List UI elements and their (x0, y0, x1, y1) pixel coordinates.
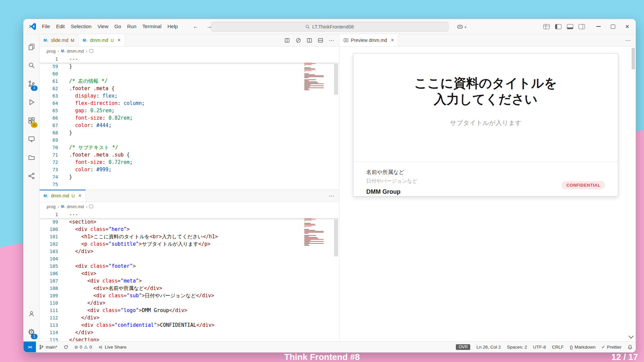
code-text: </div> (69, 329, 93, 336)
branch-status[interactable]: main* (36, 342, 60, 352)
close-icon[interactable]: × (78, 193, 82, 199)
tab-dmm-md[interactable]: M↓dmm.mdU× (40, 190, 86, 202)
markdown-icon: M↓ (83, 38, 88, 42)
token: > (139, 307, 142, 313)
token: </div> (196, 322, 214, 328)
search-sidebar-icon[interactable] (23, 56, 39, 74)
more-actions-icon[interactable]: ⋯ (625, 37, 631, 44)
menu-file[interactable]: File (39, 19, 53, 34)
tab-preview-dmm-md[interactable]: Preview dmm.md × (339, 34, 398, 46)
menu-view[interactable]: View (95, 19, 111, 34)
chevron-down-icon: ∨ (464, 25, 467, 29)
remote-explorer-icon[interactable] (23, 130, 39, 148)
language-mode[interactable]: {} Markdown (567, 342, 598, 352)
scrollbar-thumb-bottom[interactable] (334, 220, 338, 256)
scrollbar-thumb-top[interactable] (334, 64, 338, 95)
back-icon[interactable]: ← (193, 19, 199, 34)
toggle-sidebar-icon[interactable] (555, 24, 561, 29)
minimap-line (304, 64, 312, 65)
line-number: 112 (40, 314, 58, 321)
eol-status[interactable]: CRLF (549, 342, 567, 352)
encoding-status[interactable]: UTF-8 (530, 342, 549, 352)
token (99, 307, 102, 313)
menu-run[interactable]: Run (124, 19, 140, 34)
scroll-down-chevron-icon[interactable] (629, 334, 634, 339)
code-text: } (69, 173, 72, 181)
live-share-status[interactable]: Live Share (95, 342, 129, 352)
token: CONFIDENTIAL (160, 322, 196, 328)
problems-status[interactable]: ⊘ 0 ⚠ 0 (71, 342, 95, 352)
run-debug-icon[interactable] (23, 93, 39, 111)
minimap-line (304, 74, 315, 75)
settings-gear-icon[interactable]: ⚙ 1 (23, 323, 39, 341)
minimap-line (304, 242, 310, 243)
preview-scrollbar[interactable] (632, 48, 635, 69)
token (69, 293, 93, 299)
token: : (102, 115, 108, 121)
menu-selection[interactable]: Selection (68, 19, 95, 34)
editor-group-column: M↓slide.mdMM↓dmm.mdU× ⋯ .prog›M↓dmm.md› … (40, 34, 339, 341)
command-center-search[interactable]: LT.ThinkFrontend08 (211, 22, 448, 32)
source-control-icon[interactable]: 3 (23, 74, 39, 93)
line-number: 111 (40, 307, 58, 314)
minimap-line (304, 236, 309, 237)
minimap-line (304, 227, 306, 228)
toggle-secondary-sidebar-icon[interactable] (579, 24, 585, 29)
close-window-button[interactable]: × (625, 19, 629, 34)
explorer-icon[interactable] (23, 38, 39, 56)
sync-status[interactable] (60, 342, 71, 352)
remote-indicator[interactable]: >< (23, 342, 36, 352)
bell-icon (628, 345, 633, 350)
breadcrumb-item[interactable]: .prog (46, 204, 56, 209)
menu-edit[interactable]: Edit (53, 19, 68, 34)
open-changes-icon[interactable] (296, 38, 301, 43)
tab-dmm-md[interactable]: M↓dmm.mdU× (79, 34, 125, 46)
editor-bottom[interactable]: 1---99<section>100 <div class="hero">101… (40, 211, 339, 341)
close-icon[interactable]: × (117, 37, 120, 43)
line-number: 74 (40, 173, 58, 181)
menu-help[interactable]: Help (164, 19, 181, 34)
symbol-icon[interactable] (89, 205, 93, 208)
breadcrumb-item[interactable]: M↓dmm.md (61, 204, 84, 209)
tab-slide-md[interactable]: M↓slide.mdM (40, 34, 79, 46)
editor-top[interactable]: 1---59}6061/* 左の情報 */62.footer .meta {63… (40, 55, 339, 189)
toggle-panel-icon[interactable] (567, 24, 573, 29)
code-text: color: #999; (69, 166, 111, 173)
minimize-button[interactable] (596, 26, 601, 27)
open-preview-side-icon[interactable] (284, 38, 290, 43)
token: } (69, 174, 72, 180)
breadcrumb-item[interactable]: M↓dmm.md (61, 49, 84, 54)
overtype-indicator[interactable]: OVR (453, 342, 473, 352)
toggle-layout-icon[interactable] (318, 38, 323, 43)
menu-terminal[interactable]: Terminal (140, 19, 165, 34)
line-number: 60 (40, 70, 58, 77)
git-status-badge: U (71, 193, 74, 198)
formatter-status[interactable]: ✓ Prettier (598, 342, 625, 352)
breadcrumb-item[interactable]: .prog (46, 49, 56, 54)
line-number: 115 (40, 336, 58, 341)
token: </div> (81, 315, 99, 321)
notifications-bell[interactable] (625, 342, 636, 352)
customize-layout-icon[interactable] (543, 24, 550, 29)
token: > (142, 293, 145, 299)
more-actions-icon[interactable]: ⋯ (329, 193, 334, 199)
symbol-icon[interactable] (89, 49, 93, 53)
more-actions-icon[interactable]: ⋯ (329, 37, 334, 44)
cursor-position[interactable]: Ln 26, Col 2 (473, 342, 504, 352)
code-line: 113 <div class="confidential">CONFIDENTI… (40, 321, 339, 329)
code-line: 67 color: #444; (40, 122, 339, 129)
live-share-sidebar-icon[interactable] (23, 167, 39, 185)
warning-icon: ⚠ (84, 345, 88, 350)
indentation-status[interactable]: Spaces: 2 (504, 342, 530, 352)
code-text: display: flex; (69, 92, 118, 100)
maximize-button[interactable] (611, 24, 615, 29)
breadcrumb-label: dmm.md (67, 49, 84, 54)
extensions-icon[interactable]: ⚠ (23, 111, 39, 130)
close-icon[interactable]: × (391, 37, 394, 43)
split-editor-icon[interactable] (307, 38, 312, 43)
menu-go[interactable]: Go (111, 19, 124, 34)
accounts-icon[interactable] (23, 304, 39, 323)
containers-icon[interactable] (23, 148, 39, 167)
copilot-menu[interactable]: ∨ (457, 19, 467, 34)
token: font-size (75, 159, 102, 165)
